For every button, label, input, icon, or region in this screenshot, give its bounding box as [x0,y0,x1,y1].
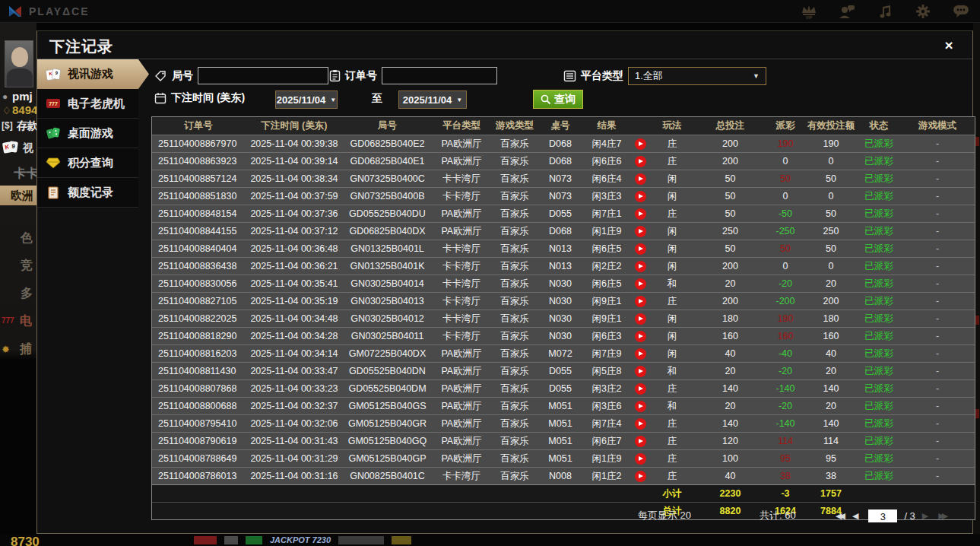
platform-cell: PA欧洲厅 [431,417,492,430]
search-button[interactable]: 查询 [533,90,583,109]
replay-play-icon[interactable] [635,383,646,395]
subtotal-bet: 2230 [694,488,766,499]
music-icon[interactable] [877,4,893,19]
order-number-cell: 251104008786013 [152,471,245,481]
table-body: 2511040088679702025-11-04 00:39:38GD0682… [152,135,975,484]
customer-service-icon[interactable] [839,4,855,19]
bet-records-modal: 下注记录 × K 9 视讯游戏 777 [36,30,973,534]
replay-play-icon[interactable] [635,261,646,272]
table-number-cell: D055 [538,383,583,394]
table-number-cell: N073 [538,191,583,202]
modal-title: 下注记录 [49,37,113,57]
game-type-cell: 百家乐 [492,348,538,360]
menu-item-table-games[interactable]: 桌面游戏 [37,119,138,148]
bet-time-cell: 2025-11-04 00:38:34 [245,173,344,184]
modal-menu: K 9 视讯游戏 777 电子老虎机 [37,59,138,533]
platform-select[interactable]: 1.全部 ▼ [628,67,766,85]
payout-cell: -140 [766,418,804,429]
round-number-cell: GN03025B04012 [344,313,431,324]
total-bet-cell: 140 [694,383,766,394]
replay-play-icon[interactable] [635,313,646,325]
valid-bet-cell: 50 [804,173,858,184]
game-type-cell: 百家乐 [492,295,538,308]
platform-cell: PA欧洲厅 [431,208,492,221]
replay-play-icon[interactable] [635,418,646,430]
order-input[interactable] [382,67,497,84]
play-type-cell: 和 [650,365,694,378]
platform-cell: PA欧洲厅 [431,435,492,448]
replay-play-icon[interactable] [635,278,646,290]
replay-play-icon[interactable] [635,208,646,220]
settings-icon[interactable] [915,4,931,19]
total-bet-cell: 50 [694,208,766,219]
replay-play-icon[interactable] [635,243,646,255]
menu-item-points[interactable]: 积分查询 [37,148,138,178]
bet-time-cell: 2025-11-04 00:32:37 [245,401,344,411]
replay-play-icon[interactable] [635,401,646,412]
vip-icon[interactable]: VIP [801,4,817,19]
pagination-bar: 每页显示 20 共计: 60 ◀◀ ◀ 3 / 3 ▶ ▶▶ [151,507,975,524]
deposit-icon: [$] [2,120,13,131]
platform-cell: PA欧洲厅 [431,155,492,168]
menu-item-quota-records[interactable]: 额度记录 [37,178,138,208]
clipboard-icon [329,69,341,82]
round-input[interactable] [198,67,328,84]
column-header: 平台类型 [431,119,492,132]
subtotal-payout: -3 [766,488,804,499]
total-bet-cell: 180 [694,313,766,324]
date-to-picker[interactable]: 2025/11/04 ▼ [398,90,467,109]
per-page-label: 每页显示 20 [638,509,691,522]
game-type-cell: 百家乐 [492,173,538,186]
status-cell: 已派彩 [858,225,900,238]
valid-bet-cell: 200 [804,296,858,306]
replay-play-icon[interactable] [635,296,646,307]
menu-item-video-games[interactable]: K 9 视讯游戏 [37,59,149,89]
payout-cell: 95 [766,453,804,464]
play-type-cell: 闲 [650,173,694,186]
total-bet-cell: 250 [694,226,766,236]
table-row: 2511040088404042025-11-04 00:36:48GN0132… [152,240,975,257]
platform-select-value: 1.全部 [635,69,663,83]
replay-play-icon[interactable] [635,191,646,202]
top-icon-group: VIP [801,4,969,19]
valid-bet-cell: 0 [804,261,858,271]
last-page-icon[interactable]: ▶▶ [938,511,948,521]
close-icon[interactable]: × [940,37,957,54]
replay-play-icon[interactable] [635,156,646,167]
table-number-cell: N030 [538,278,583,289]
bet-time-cell: 2025-11-04 00:34:28 [245,331,344,341]
replay-play-icon[interactable] [635,366,646,377]
svg-text:777: 777 [49,101,58,106]
deposit-label[interactable]: 存款 [17,119,36,133]
first-page-icon[interactable]: ◀◀ [836,511,845,521]
replay-play-icon[interactable] [635,453,646,465]
result-cell: 闲3庄6 [583,400,630,413]
replay-play-icon[interactable] [635,173,646,185]
replay-play-icon[interactable] [635,436,646,447]
order-number-cell: 251104008848154 [152,208,245,219]
replay-play-icon[interactable] [635,348,646,360]
valid-bet-cell: 0 [804,191,858,202]
table-number-cell: N030 [538,296,583,306]
background-app-left: ● pmj ♢ 8494 [$] 存款 K9 视 卡卡 欧洲 色 竞 多 777… [0,23,36,534]
page-number-input[interactable]: 3 [868,509,897,522]
screen: PLAYΔCE VIP [0,0,980,546]
menu-item-slots[interactable]: 777 电子老虎机 [37,89,138,119]
game-mode-cell: - [900,243,975,254]
search-icon [541,94,551,105]
table-row: 2511040088571242025-11-04 00:38:34GN0732… [152,170,975,187]
table-row: 2511040088271052025-11-04 00:35:19GN0302… [152,292,975,310]
replay-play-icon[interactable] [635,226,646,237]
replay-play-icon[interactable] [635,138,646,150]
date-from-picker[interactable]: 2025/11/04 ▼ [275,90,338,109]
table-number-cell: D068 [538,226,583,236]
replay-play-icon[interactable] [635,471,646,482]
payout-cell: -50 [766,208,804,219]
next-page-icon[interactable]: ▶ [922,511,931,521]
replay-play-icon[interactable] [635,331,646,342]
payout-cell: -140 [766,383,804,394]
chat-icon[interactable] [953,4,969,19]
table-row: 2511040088078682025-11-04 00:33:23GD0552… [152,379,975,397]
round-number-cell: GN01325B0401L [344,243,431,254]
previous-page-icon[interactable]: ◀ [852,511,861,521]
